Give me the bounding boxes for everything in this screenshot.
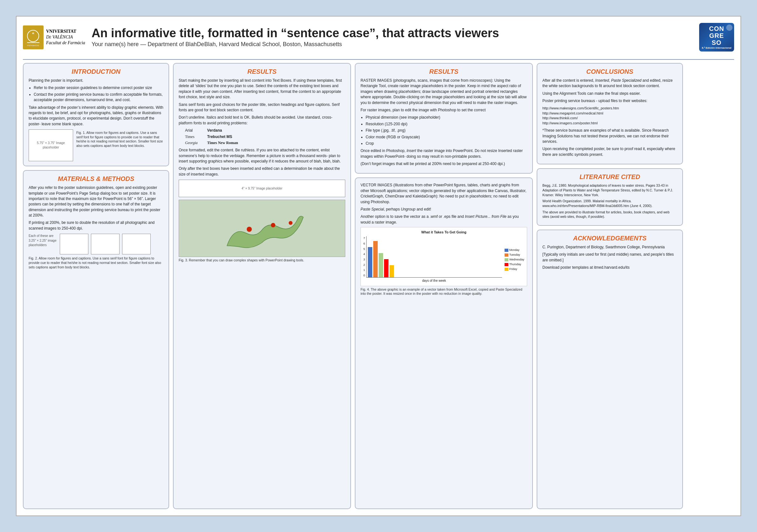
svg-point-7 <box>289 221 292 225</box>
results2-p7: Another option is to save the vector as … <box>361 214 527 225</box>
congreso-logo: CON GRE SO 8.ª Edición Internacional <box>699 23 734 51</box>
conclusions-links: http://www.makesigns.com/Scientific_post… <box>542 106 677 126</box>
bars-wrapper: days of the week <box>366 236 502 283</box>
conclusions-p1: After all the content is entered, Insert… <box>542 78 677 89</box>
literature-ref1: Begg, J.E. 1980. Morphological adaptatio… <box>542 183 677 197</box>
materials-figure-area: Each of these are 3.25" × 2.25" image pl… <box>29 234 164 254</box>
bar-group-thursday <box>384 259 388 277</box>
results2-p6: Paste Special, perhaps Ungroup and edit! <box>361 207 527 212</box>
results1-img-placeholder: 4" × 9.75" Image placeholder <box>179 180 345 197</box>
materials-placeholder-label: Each of these are 3.25" × 2.25" image pl… <box>29 234 57 248</box>
results2-p1: RASTER IMAGES (photographs, scans, image… <box>361 78 527 106</box>
chart-legend: Monday Tuesday Wednesday <box>504 236 524 283</box>
link-1: http://www.makesigns.com/Scientific_post… <box>542 106 677 111</box>
legend-color-tuesday <box>504 253 508 257</box>
bar-group-wednesday <box>378 253 383 277</box>
results1-p5: Only after the text boxes have been inse… <box>179 166 345 177</box>
results1-shape-area: Fig. 3. Remember that you can draw compl… <box>179 200 345 263</box>
font-verdana: Verdana <box>207 128 238 133</box>
font-trebuchet: Trebuchet MS <box>207 134 238 140</box>
uni-crest: 🏛 VNIVERSITAT <box>23 25 44 49</box>
literature-ref3: The above are provided to illustrate for… <box>542 210 677 219</box>
shape-svg <box>214 201 310 255</box>
svg-text:🏛: 🏛 <box>32 32 34 35</box>
bar-wednesday <box>378 253 383 277</box>
intro-p1: Planning the poster is important. <box>29 78 164 83</box>
ack-p1: C. Purington, Department of Biology, Swa… <box>542 244 677 250</box>
legend-color-friday <box>504 268 508 271</box>
results1-fig3-caption: Fig. 3. Remember that you can draw compl… <box>179 258 345 263</box>
intro-figure-area: 5.75" × 3.75" Image placeholder Fig. 1. … <box>29 129 164 161</box>
ack-p2: [Typically only initials are used for fi… <box>542 252 677 263</box>
legend-color-thursday <box>504 263 508 266</box>
literature-section: LITERATURE CITED Begg, J.E. 1980. Morpho… <box>537 168 683 226</box>
svg-text:VNIVERSITAT: VNIVERSITAT <box>27 45 40 47</box>
conclusions-p3: Poster printing service bureaus - upload… <box>542 98 677 104</box>
results2-bullets: Physical dimension (see image placeholde… <box>366 115 527 146</box>
results2-bullet-1: Physical dimension (see image placeholde… <box>366 115 527 120</box>
chart-title: What it Takes To Get Going <box>363 230 524 235</box>
poster-header: 🏛 VNIVERSITAT VNIVERSITAT Dè VALÈNCIA Fa… <box>23 23 734 54</box>
conclusions-p2: Using the Alignment Tools can make the f… <box>542 91 677 96</box>
bar-monday <box>368 247 372 277</box>
bar-group-tuesday <box>373 241 378 277</box>
materials-p1: After you refer to the poster submission… <box>29 185 164 218</box>
font-col-right: Verdana Trebuchet MS Times New Roman <box>207 128 238 146</box>
conclusions-section: CONCLUSIONS After all the content is ent… <box>537 63 683 164</box>
materials-title: MATERIALS & METHODS <box>29 175 164 182</box>
poster-outer: 🏛 VNIVERSITAT VNIVERSITAT Dè VALÈNCIA Fa… <box>16 16 741 516</box>
bar-group-monday <box>368 247 372 277</box>
results2-p5: VECTOR IMAGES (Illustrations from other … <box>361 182 527 205</box>
column-2: RESULTS Start making the poster by inser… <box>173 63 351 509</box>
font-tnr: Times New Roman <box>207 140 238 146</box>
bars-area <box>366 236 502 278</box>
conclusions-body: After all the content is entered, Insert… <box>542 78 677 157</box>
legend-monday: Monday <box>504 248 524 252</box>
results2-bullet-5: Crop <box>366 141 527 146</box>
conclusions-p4: *These service bureaus are examples of w… <box>542 128 677 144</box>
bar-thursday <box>384 259 388 277</box>
legend-wednesday: Wednesday <box>504 258 524 262</box>
uni-name-line2: Dè VALÈNCIA <box>46 34 85 40</box>
svg-point-6 <box>271 223 275 227</box>
university-logo: 🏛 VNIVERSITAT VNIVERSITAT Dè VALÈNCIA Fa… <box>23 25 85 49</box>
materials-p2: If printing at 200%, be sure to double t… <box>29 220 164 231</box>
uni-text: VNIVERSITAT Dè VALÈNCIA Facultat de Farm… <box>46 29 85 46</box>
results2-body: RASTER IMAGES (photographs, scans, image… <box>361 78 527 167</box>
intro-image-placeholder: 5.75" × 3.75" Image placeholder <box>29 129 73 161</box>
materials-img2 <box>91 234 120 254</box>
results2-bullet-2: Resolution (125-200 dpi) <box>366 121 527 127</box>
intro-bullet-1: Refer to the poster session guidelines t… <box>34 85 164 91</box>
ack-p3: Download poster templates at itmed.harva… <box>542 265 677 270</box>
column-3: RESULTS RASTER IMAGES (photographs, scan… <box>355 63 533 509</box>
chart-container: What it Takes To Get Going 7 6 5 4 3 2 1… <box>361 227 527 286</box>
introduction-body: Planning the poster is important. Refer … <box>29 78 164 161</box>
results1-section: RESULTS Start making the poster by inser… <box>173 63 351 509</box>
literature-ref2: World Health Organization. 1999. Malaria… <box>542 199 677 208</box>
conclusions-title: CONCLUSIONS <box>542 68 677 76</box>
legend-color-monday <box>504 249 508 252</box>
results1-p4: Once formatted, edit the content. Be rut… <box>179 147 345 164</box>
results2-section: RESULTS RASTER IMAGES (photographs, scan… <box>355 63 533 173</box>
intro-bullets: Refer to the poster session guidelines t… <box>34 85 164 103</box>
y-axis: 7 6 5 4 3 2 1 0 <box>363 236 366 278</box>
materials-img1 <box>60 234 88 254</box>
uni-name-line3: Facultat de Farmàcia <box>46 40 85 46</box>
legend-thursday: Thursday <box>504 262 524 266</box>
font-col-left: Arial Times Georgia <box>185 128 198 146</box>
bar-friday <box>389 265 394 277</box>
results1-p1: Start making the poster by inserting all… <box>179 78 345 100</box>
materials-body: After you refer to the poster submission… <box>29 185 164 269</box>
legend-color-wednesday <box>504 258 508 262</box>
intro-bullet-2: Contact the poster printing service bure… <box>34 92 164 103</box>
results2-p3: Once edited in Photoshop, Insert the ras… <box>361 148 527 159</box>
introduction-section: INTRODUCTION Planning the poster is impo… <box>23 63 169 166</box>
results1-title: RESULTS <box>179 68 345 76</box>
results2-lower-section: VECTOR IMAGES (Illustrations from other … <box>355 177 533 509</box>
font-times: Times <box>185 134 198 140</box>
chart-xlabel: days of the week <box>366 279 502 283</box>
results1-image-area: 4" × 9.75" Image placeholder <box>179 180 345 197</box>
literature-title: LITERATURE CITED <box>542 173 677 181</box>
introduction-title: INTRODUCTION <box>29 68 164 76</box>
uni-name-line1: VNIVERSITAT <box>46 29 85 34</box>
